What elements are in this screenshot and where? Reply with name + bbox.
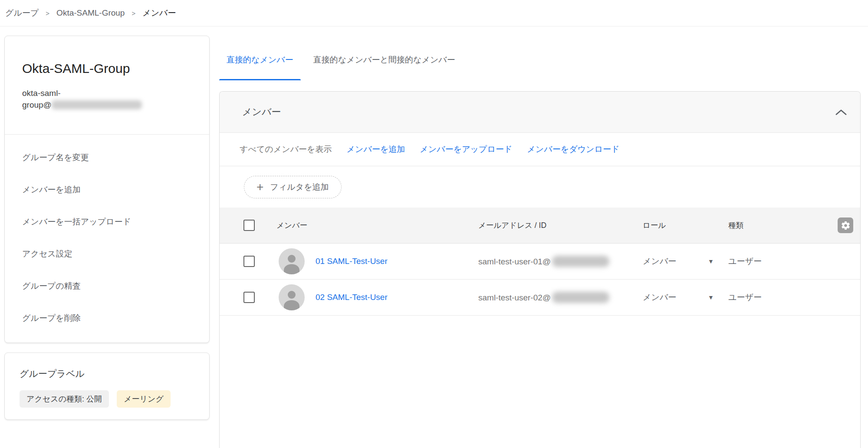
member-email-prefix: saml-test-user-01@ (478, 257, 551, 266)
add-filter-chip[interactable]: + フィルタを追加 (244, 176, 342, 198)
member-type: ユーザー (728, 256, 762, 267)
sidebar-item-bulk-upload-members[interactable]: メンバーを一括アップロード (5, 206, 209, 238)
column-settings-button[interactable] (838, 217, 853, 233)
row-checkbox[interactable] (243, 256, 255, 267)
group-actions-menu: グループ名を変更 メンバーを追加 メンバーを一括アップロード アクセス設定 グル… (5, 135, 209, 334)
select-all-checkbox[interactable] (243, 220, 255, 231)
group-labels-title: グループラベル (20, 368, 194, 380)
tab-direct-and-indirect-members[interactable]: 直接的なメンバーと間接的なメンバー (306, 39, 463, 80)
group-email-line2: group@ (22, 100, 52, 109)
member-email-prefix: saml-test-user-02@ (478, 293, 551, 302)
chevron-up-icon (835, 109, 847, 115)
column-header-member: メンバー (276, 220, 307, 231)
column-header-role: ロール (643, 220, 666, 231)
chevron-right-icon: > (132, 10, 135, 17)
sidebar-item-rename-group[interactable]: グループ名を変更 (5, 142, 209, 174)
column-header-email: メールアドレス / ID (478, 220, 546, 231)
breadcrumb-groups[interactable]: グループ (5, 7, 39, 19)
panel-title: メンバー (242, 105, 281, 119)
chevron-right-icon: > (46, 10, 49, 17)
gear-icon (841, 221, 851, 231)
group-email: okta-saml- group@ (5, 76, 209, 111)
mailing-badge: メーリング (117, 390, 171, 408)
add-members-link[interactable]: メンバーを追加 (347, 144, 405, 155)
table-header-row: メンバー メールアドレス / ID ロール 種類 (220, 208, 860, 244)
dropdown-arrow-icon[interactable]: ▼ (708, 294, 714, 301)
member-type: ユーザー (728, 292, 762, 303)
group-info-card: Okta-SAML-Group okta-saml- group@ グループ名を… (4, 36, 210, 343)
avatar (279, 248, 305, 274)
sidebar-item-delete-group[interactable]: グループを削除 (5, 302, 209, 334)
row-checkbox[interactable] (243, 292, 255, 303)
member-actions-row: すべてのメンバーを表示 メンバーを追加 メンバーをアップロード メンバーをダウン… (220, 133, 860, 166)
members-panel-header: メンバー (220, 92, 860, 133)
collapse-panel-button[interactable] (835, 109, 847, 115)
sidebar-item-group-review[interactable]: グループの精査 (5, 270, 209, 302)
redacted-email-domain (552, 256, 609, 267)
group-email-line1: okta-saml- (22, 89, 61, 98)
role-dropdown[interactable]: メンバー (643, 292, 676, 303)
avatar (279, 284, 305, 310)
member-name-link[interactable]: 02 SAML-Test-User (316, 293, 388, 302)
group-members-page: グループ > Okta-SAML-Group > メンバー Okta-SAML-… (0, 0, 868, 448)
tab-direct-members[interactable]: 直接的なメンバー (219, 39, 301, 80)
download-members-link[interactable]: メンバーをダウンロード (527, 144, 619, 155)
access-type-badge: アクセスの種類: 公開 (20, 390, 109, 408)
role-dropdown[interactable]: メンバー (643, 256, 676, 267)
show-all-members-link[interactable]: すべてのメンバーを表示 (240, 144, 332, 155)
group-name: Okta-SAML-Group (5, 36, 209, 76)
table-row: 02 SAML-Test-User saml-test-user-02@ メンバ… (220, 280, 860, 316)
filter-row: + フィルタを追加 (220, 166, 860, 208)
person-icon (279, 284, 305, 310)
add-filter-label: フィルタを追加 (270, 181, 329, 193)
sidebar-item-access-settings[interactable]: アクセス設定 (5, 238, 209, 270)
member-email: saml-test-user-02@ (478, 292, 609, 303)
breadcrumb-group-name[interactable]: Okta-SAML-Group (56, 8, 125, 18)
member-email: saml-test-user-01@ (478, 256, 609, 267)
person-icon (279, 248, 305, 274)
redacted-email-domain (52, 100, 142, 109)
group-labels-card: グループラベル アクセスの種類: 公開 メーリング (4, 352, 210, 420)
member-name-link[interactable]: 01 SAML-Test-User (316, 257, 388, 266)
dropdown-arrow-icon[interactable]: ▼ (708, 258, 714, 265)
plus-icon: + (256, 181, 263, 193)
redacted-email-domain (552, 292, 609, 303)
column-header-type: 種類 (728, 220, 743, 231)
breadcrumb: グループ > Okta-SAML-Group > メンバー (0, 0, 868, 26)
members-tabs: 直接的なメンバー 直接的なメンバーと間接的なメンバー (219, 39, 463, 80)
members-panel: メンバー すべてのメンバーを表示 メンバーを追加 メンバーをアップロード メンバ… (219, 91, 861, 448)
upload-members-link[interactable]: メンバーをアップロード (420, 144, 512, 155)
sidebar-item-add-members[interactable]: メンバーを追加 (5, 174, 209, 206)
breadcrumb-members: メンバー (142, 7, 176, 19)
table-row: 01 SAML-Test-User saml-test-user-01@ メンバ… (220, 244, 860, 280)
